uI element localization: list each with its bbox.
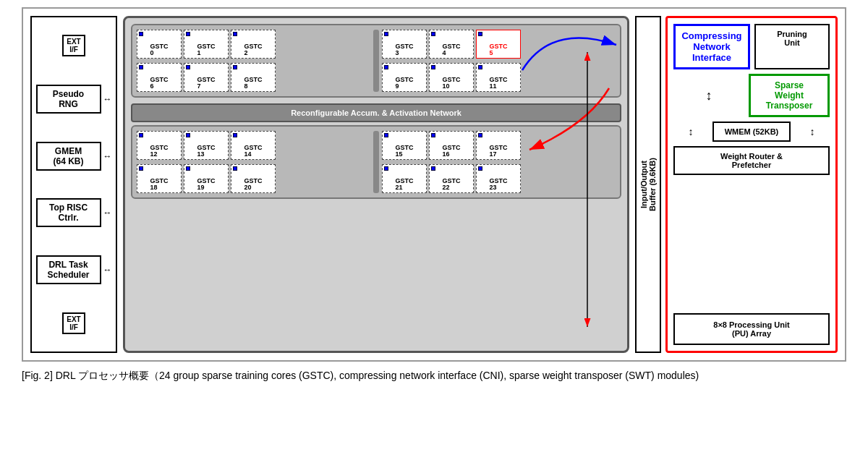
gstc-12: GSTC12 <box>137 131 182 160</box>
gstc-21: GSTC21 <box>382 164 427 193</box>
gstc-group-bot-right: GSTC15 GSTC16 GSTC17 GSTC21 <box>382 131 616 193</box>
gstc-17: GSTC17 <box>476 131 521 160</box>
gstc-15: GSTC15 <box>382 131 427 160</box>
middle-panel: GSTC0 GSTC1 GSTC2 GSTC6 <box>123 16 629 353</box>
drl-task-arrow: ↔ <box>103 265 112 275</box>
top-risc-block: Top RISCCtrlr. <box>36 198 101 227</box>
gstc-18: GSTC18 <box>137 164 182 193</box>
wmem-box: WMEM (52KB) <box>712 122 791 142</box>
gstc-11: GSTC11 <box>476 63 521 92</box>
gstc-16: GSTC16 <box>429 131 474 160</box>
caption-text: [Fig. 2] DRL プロセッサ概要（24 group sparse tra… <box>22 370 699 381</box>
divider-top <box>373 30 379 92</box>
weight-router-box: Weight Router &Prefetcher <box>673 146 830 175</box>
gmem-row: GMEM(64 KB) ↔ <box>35 142 112 171</box>
left-panel: EXTI/F PseudoRNG ↔ GMEM(64 KB) ↔ Top RIS… <box>30 16 117 353</box>
gstc-20: GSTC20 <box>231 164 276 193</box>
drl-task-block: DRL TaskScheduler <box>36 255 101 284</box>
pu-array-box: 8×8 Processing Unit(PU) Array <box>673 313 830 345</box>
gstc-0: GSTC0 <box>137 30 182 59</box>
gstc-group-top-right: GSTC3 GSTC4 GSTC5 GSTC9 <box>382 30 616 92</box>
right-panel: Input/OutputBuffer (9.6KB) CompressingNe… <box>635 16 838 353</box>
gstc-23: GSTC23 <box>476 164 521 193</box>
gstc-top-section: GSTC0 GSTC1 GSTC2 GSTC6 <box>131 24 621 98</box>
gstc-4: GSTC4 <box>429 30 474 59</box>
gstc-group-bot-left: GSTC12 GSTC13 GSTC14 GSTC18 <box>137 131 370 193</box>
pruning-box: PruningUnit <box>754 24 830 69</box>
top-risc-arrow: ↔ <box>103 208 112 218</box>
wmem-arrows-left: ↕ <box>689 126 694 137</box>
gstc-19: GSTC19 <box>184 164 229 193</box>
gstc-8: GSTC8 <box>231 63 276 92</box>
diagram-container: EXTI/F PseudoRNG ↔ GMEM(64 KB) ↔ Top RIS… <box>22 7 846 362</box>
pseudo-rng-row: PseudoRNG ↔ <box>35 85 112 114</box>
gstc-14: GSTC14 <box>231 131 276 160</box>
gmem-arrow: ↔ <box>103 151 112 161</box>
gstc-1: GSTC1 <box>184 30 229 59</box>
accum-bar: Reconfigurable Accum. & Activation Netwo… <box>131 103 621 122</box>
gstc-2: GSTC2 <box>231 30 276 59</box>
top-risc-row: Top RISCCtrlr. ↔ <box>35 198 112 227</box>
gstc-6: GSTC6 <box>137 63 182 92</box>
ext-if-bot: EXTI/F <box>62 312 85 334</box>
drl-task-row: DRL TaskScheduler ↔ <box>35 255 112 284</box>
ext-if-top: EXTI/F <box>62 35 85 56</box>
cni-top-arrow: ↕ <box>706 88 712 103</box>
divider-bot <box>373 131 379 193</box>
gstc-22: GSTC22 <box>429 164 474 193</box>
pseudo-rng-arrow: ↔ <box>103 94 112 104</box>
gmem-block: GMEM(64 KB) <box>36 142 101 171</box>
right-sub-panel: CompressingNetworkInterface PruningUnit … <box>665 16 838 353</box>
gstc-bot-section: GSTC12 GSTC13 GSTC14 GSTC18 <box>131 125 621 199</box>
gstc-group-top-left: GSTC0 GSTC1 GSTC2 GSTC6 <box>137 30 370 92</box>
gstc-10: GSTC10 <box>429 63 474 92</box>
right-top-row: CompressingNetworkInterface PruningUnit <box>673 24 830 69</box>
caption: [Fig. 2] DRL プロセッサ概要（24 group sparse tra… <box>22 367 846 383</box>
pseudo-rng-block: PseudoRNG <box>36 85 101 114</box>
wmem-arrows-right: ↕ <box>810 126 815 137</box>
gstc-7: GSTC7 <box>184 63 229 92</box>
gstc-3: GSTC3 <box>382 30 427 59</box>
io-buffer: Input/OutputBuffer (9.6KB) <box>635 16 661 353</box>
gstc-13: GSTC13 <box>184 131 229 160</box>
gstc-9: GSTC9 <box>382 63 427 92</box>
swt-box: SparseWeightTransposer <box>749 74 830 117</box>
gstc-5: GSTC5 <box>476 30 521 59</box>
cni-box: CompressingNetworkInterface <box>673 24 750 69</box>
